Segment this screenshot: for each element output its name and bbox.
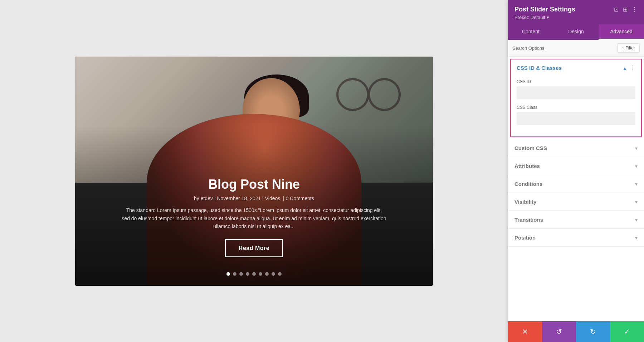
css-section-menu-icon[interactable]: ⋮ — [630, 64, 635, 71]
custom-css-icons: ▾ — [635, 145, 638, 151]
css-section-collapse-icon[interactable]: ▴ — [624, 65, 626, 71]
css-class-label: CSS Class — [517, 105, 635, 110]
tab-design[interactable]: Design — [553, 24, 599, 40]
tab-content[interactable]: Content — [508, 24, 553, 40]
visibility-header[interactable]: Visibility ▾ — [508, 193, 644, 211]
dot-3[interactable] — [239, 272, 243, 276]
panel-tabs: Content Design Advanced — [508, 24, 644, 40]
css-class-field-group: CSS Class — [517, 105, 635, 125]
slide-excerpt: The standard Lorem Ipsum passage, used s… — [122, 206, 386, 230]
css-id-input[interactable] — [517, 86, 635, 99]
panel-header-icons: ⊡ ⊞ ⋮ — [614, 6, 638, 13]
cancel-button[interactable]: ✕ — [508, 321, 542, 342]
slider-content: Blog Post Nine by etdev | November 18, 2… — [75, 177, 433, 257]
custom-css-title: Custom CSS — [514, 145, 547, 151]
panel-content: CSS ID & Classes ▴ ⋮ CSS ID CSS Class — [508, 57, 644, 321]
section-css-id-classes: CSS ID & Classes ▴ ⋮ CSS ID CSS Class — [510, 59, 642, 137]
bike-decoration — [333, 71, 404, 128]
dot-7[interactable] — [265, 272, 269, 276]
css-id-label: CSS ID — [517, 79, 635, 84]
attributes-icons: ▾ — [635, 163, 638, 169]
transitions-chevron-icon[interactable]: ▾ — [635, 217, 638, 223]
slide-title: Blog Post Nine — [97, 177, 411, 192]
columns-icon[interactable]: ⊞ — [623, 6, 628, 13]
tab-advanced[interactable]: Advanced — [599, 24, 644, 40]
slide-meta: by etdev | November 18, 2021 | Videos, |… — [97, 196, 411, 201]
dot-1[interactable] — [226, 272, 230, 276]
save-button[interactable]: ✓ — [610, 321, 644, 342]
filter-button[interactable]: + Filter — [617, 43, 640, 53]
redo-button[interactable]: ↻ — [576, 321, 610, 342]
section-custom-css: Custom CSS ▾ — [508, 139, 644, 157]
action-bar: ✕ ↺ ↻ ✓ — [508, 321, 644, 342]
canvas-area: Blog Post Nine by etdev | November 18, 2… — [0, 0, 508, 342]
custom-css-chevron-icon[interactable]: ▾ — [635, 145, 638, 151]
transitions-icons: ▾ — [635, 217, 638, 223]
css-class-input[interactable] — [517, 112, 635, 125]
panel-title: Post Slider Settings — [514, 6, 575, 13]
position-icons: ▾ — [635, 235, 638, 241]
dot-2[interactable] — [233, 272, 236, 276]
attributes-title: Attributes — [514, 163, 540, 169]
custom-css-header[interactable]: Custom CSS ▾ — [508, 139, 644, 157]
conditions-header[interactable]: Conditions ▾ — [508, 175, 644, 193]
css-section-icons: ▴ ⋮ — [624, 64, 635, 71]
css-section-body: CSS ID CSS Class — [511, 76, 641, 136]
read-more-button[interactable]: Read More — [225, 239, 283, 257]
transitions-header[interactable]: Transitions ▾ — [508, 211, 644, 228]
search-bar: + Filter — [508, 40, 644, 57]
dot-6[interactable] — [259, 272, 262, 276]
visibility-chevron-icon[interactable]: ▾ — [635, 199, 638, 205]
section-css-header[interactable]: CSS ID & Classes ▴ ⋮ — [511, 59, 641, 76]
dot-5[interactable] — [252, 272, 256, 276]
section-position: Position ▾ — [508, 229, 644, 247]
section-visibility: Visibility ▾ — [508, 193, 644, 211]
section-transitions: Transitions ▾ — [508, 211, 644, 229]
panel-preset[interactable]: Preset: Default ▾ — [514, 15, 638, 20]
slider-container: Blog Post Nine by etdev | November 18, 2… — [75, 57, 433, 286]
panel-header: Post Slider Settings ⊡ ⊞ ⋮ Preset: Defau… — [508, 0, 644, 24]
conditions-chevron-icon[interactable]: ▾ — [635, 181, 638, 187]
settings-panel: Post Slider Settings ⊡ ⊞ ⋮ Preset: Defau… — [508, 0, 644, 342]
panel-header-top: Post Slider Settings ⊡ ⊞ ⋮ — [514, 6, 638, 13]
dot-8[interactable] — [272, 272, 275, 276]
position-chevron-icon[interactable]: ▾ — [635, 235, 638, 241]
visibility-title: Visibility — [514, 199, 536, 205]
css-id-field-group: CSS ID — [517, 79, 635, 99]
position-title: Position — [514, 235, 536, 241]
conditions-title: Conditions — [514, 181, 542, 187]
undo-button[interactable]: ↺ — [542, 321, 576, 342]
search-input[interactable] — [512, 45, 617, 51]
dot-9[interactable] — [278, 272, 282, 276]
attributes-header[interactable]: Attributes ▾ — [508, 157, 644, 175]
responsive-icon[interactable]: ⊡ — [614, 6, 619, 13]
position-header[interactable]: Position ▾ — [508, 229, 644, 246]
section-attributes: Attributes ▾ — [508, 157, 644, 175]
section-conditions: Conditions ▾ — [508, 175, 644, 193]
transitions-title: Transitions — [514, 217, 543, 223]
attributes-chevron-icon[interactable]: ▾ — [635, 163, 638, 169]
more-options-icon[interactable]: ⋮ — [632, 6, 638, 13]
conditions-icons: ▾ — [635, 181, 638, 187]
visibility-icons: ▾ — [635, 199, 638, 205]
slider-dots — [75, 272, 433, 276]
dot-4[interactable] — [246, 272, 249, 276]
css-id-classes-title: CSS ID & Classes — [517, 65, 562, 71]
